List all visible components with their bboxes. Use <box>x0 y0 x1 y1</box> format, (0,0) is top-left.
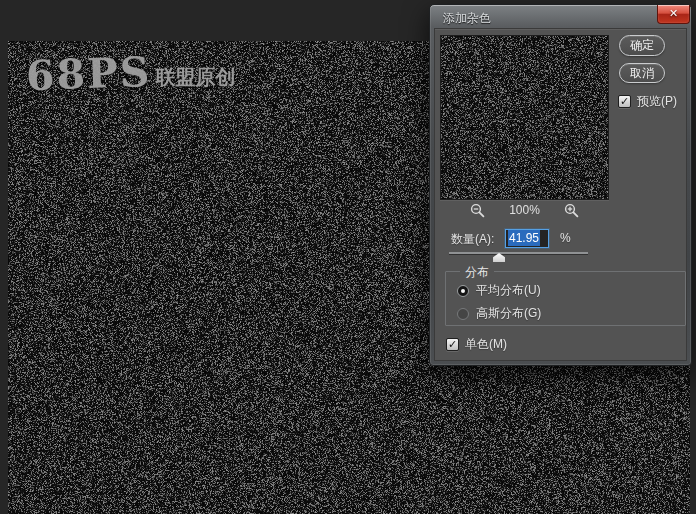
close-button[interactable]: ✕ <box>657 5 690 24</box>
dialog-title: 添加杂色 <box>443 10 491 27</box>
preview-zoom-controls: 100% <box>440 202 609 218</box>
radio-icon <box>457 285 469 297</box>
zoom-in-icon[interactable] <box>564 203 579 218</box>
dialog-title-bar[interactable]: 添加杂色 ✕ <box>430 5 691 28</box>
amount-value-selected: 41.95 <box>508 230 540 246</box>
zoom-level: 100% <box>509 203 540 217</box>
amount-unit: % <box>560 231 571 245</box>
radio-uniform-label: 平均分布(U) <box>476 282 541 299</box>
close-icon: ✕ <box>669 7 678 19</box>
preview-checkbox[interactable]: ✓ 预览(P) <box>618 93 677 110</box>
amount-label: 数量(A): <box>451 231 494 248</box>
zoom-out-icon[interactable] <box>470 203 485 218</box>
ok-button[interactable]: 确定 <box>619 35 665 56</box>
radio-gaussian-label: 高斯分布(G) <box>476 305 541 322</box>
distribution-legend: 分布 <box>460 264 494 281</box>
monochrome-checkbox[interactable]: ✓ 单色(M) <box>446 336 507 353</box>
preview-checkbox-label: 预览(P) <box>637 93 677 110</box>
radio-icon <box>457 308 469 320</box>
noise-preview-image[interactable] <box>441 36 608 199</box>
noise-preview-frame[interactable] <box>440 35 609 200</box>
amount-slider-thumb[interactable] <box>493 253 505 262</box>
checkbox-checked-icon: ✓ <box>618 95 631 108</box>
radio-uniform-distribution[interactable]: 平均分布(U) <box>457 282 541 299</box>
radio-gaussian-distribution[interactable]: 高斯分布(G) <box>457 305 541 322</box>
checkbox-checked-icon: ✓ <box>446 338 459 351</box>
monochrome-checkbox-label: 单色(M) <box>465 336 507 353</box>
amount-input[interactable]: 41.95 <box>505 229 549 248</box>
photoshop-workspace: 68PS联盟原创 添加杂色 ✕ 确定 取消 ✓ 预览(P) <box>0 0 696 514</box>
distribution-group: 分布 平均分布(U) 高斯分布(G) <box>445 271 686 326</box>
dialog-body: 确定 取消 ✓ 预览(P) 100% 数 <box>434 28 687 361</box>
amount-slider[interactable] <box>449 248 588 262</box>
amount-slider-track[interactable] <box>449 252 588 254</box>
add-noise-dialog: 添加杂色 ✕ 确定 取消 ✓ 预览(P) 100% <box>429 4 692 366</box>
cancel-button[interactable]: 取消 <box>619 63 665 83</box>
